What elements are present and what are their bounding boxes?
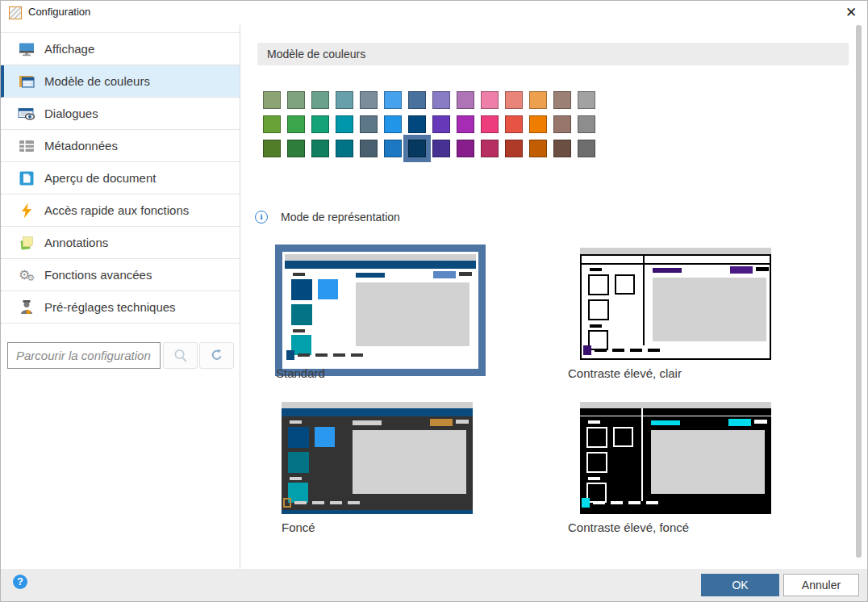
monitor-icon [17,40,36,58]
color-swatch[interactable] [263,140,281,157]
color-swatch[interactable] [505,115,523,133]
color-swatch[interactable] [505,140,523,157]
color-swatch[interactable] [360,115,378,133]
configuration-window: Configuration ✕ Affichage [0,0,868,602]
sidebar-item-prereglages-techniques[interactable]: Pré-réglages techniques [1,291,240,324]
search-input[interactable] [7,342,161,369]
color-swatch[interactable] [311,140,329,157]
cancel-button[interactable]: Annuler [783,574,859,596]
reset-search-button[interactable] [199,342,234,369]
color-swatch[interactable] [408,115,426,133]
color-swatch[interactable] [481,91,499,109]
technician-icon [17,299,36,316]
refresh-icon [210,349,223,362]
color-swatch[interactable] [457,115,474,133]
color-swatch[interactable] [481,140,499,157]
metadata-table-icon [17,137,36,155]
window-title: Configuration [28,6,90,18]
color-swatch[interactable] [384,91,402,109]
color-swatch[interactable] [384,140,402,157]
swatch-row [263,115,595,133]
color-swatch[interactable] [578,91,595,109]
color-swatch[interactable] [384,115,402,133]
sidebar-item-label: Métadonnées [44,139,118,153]
color-swatch[interactable] [457,140,474,157]
color-swatch[interactable] [529,140,547,157]
swatch-row [263,140,595,157]
color-swatch[interactable] [287,91,305,109]
theme-preview-standard[interactable] [275,245,486,376]
sidebar-item-apercu-de-document[interactable]: Aperçu de document [1,162,240,194]
sidebar-item-affichage[interactable]: Affichage [1,33,240,65]
color-swatch[interactable] [360,140,378,157]
app-icon [9,6,22,19]
color-swatch[interactable] [287,140,305,157]
color-swatch[interactable] [481,115,499,133]
color-swatch[interactable] [578,140,595,157]
vertical-scrollbar-thumb[interactable] [856,25,862,558]
theme-preview-dark[interactable] [282,402,473,514]
color-swatch[interactable] [311,91,329,109]
theme-preview-high-contrast-light[interactable] [580,248,771,360]
color-scheme-icon [17,73,36,90]
main-panel: Modèle de couleurs i Mode de représentat… [240,25,867,569]
theme-preview-high-contrast-dark[interactable] [580,402,771,514]
color-swatch[interactable] [336,115,353,133]
dialog-eye-icon [17,105,36,123]
color-swatch[interactable] [432,91,450,109]
color-swatch[interactable] [529,115,547,133]
document-preview-icon [17,169,36,187]
swatch-row [263,91,595,109]
color-swatch[interactable] [336,140,353,157]
theme-label-high-contrast-dark: Contraste élevé, foncé [568,520,689,534]
color-swatch[interactable] [408,91,426,109]
footer: ? OK Annuler [1,569,867,601]
search-button[interactable] [163,342,198,369]
sidebar-item-fonctions-avancees[interactable]: ⚙⚙ Fonctions avancées [1,259,240,291]
lightning-icon [17,202,36,219]
help-icon[interactable]: ? [13,575,27,589]
info-icon[interactable]: i [255,211,268,224]
theme-label-dark: Foncé [282,520,315,534]
gears-icon: ⚙⚙ [17,266,36,284]
color-swatch[interactable] [336,91,353,109]
sidebar-item-label: Fonctions avancées [44,268,152,282]
sidebar-item-label: Affichage [44,42,94,56]
color-palette-grid [263,91,595,164]
sidebar-item-label: Modèle de couleurs [44,74,150,88]
sticky-notes-icon [17,234,36,252]
color-swatch[interactable] [432,140,450,157]
sidebar-item-label: Dialogues [44,107,98,120]
color-swatch[interactable] [287,115,305,133]
group-header: Modèle de couleurs [257,43,849,65]
color-swatch[interactable] [263,91,281,109]
sidebar-item-label: Accès rapide aux fonctions [44,203,189,217]
color-swatch[interactable] [505,91,523,109]
color-swatch[interactable] [553,140,571,157]
sidebar-nav: Affichage Modèle de couleurs [1,32,240,324]
mode-section-label: Mode de représentation [281,211,400,224]
sidebar-item-label: Aperçu de document [44,171,156,185]
color-swatch[interactable] [553,91,571,109]
sidebar-item-modele-de-couleurs[interactable]: Modèle de couleurs [1,65,240,98]
color-swatch[interactable] [578,115,595,133]
sidebar-item-annotations[interactable]: Annotations [1,227,240,259]
sidebar-item-acces-rapide[interactable]: Accès rapide aux fonctions [1,194,240,227]
color-swatch[interactable] [263,115,281,133]
sidebar-item-dialogues[interactable]: Dialogues [1,98,240,130]
sidebar: Affichage Modèle de couleurs [1,25,240,569]
color-swatch[interactable] [457,91,474,109]
search-icon [173,348,189,364]
color-swatch[interactable] [432,115,450,133]
close-icon[interactable]: ✕ [841,4,861,22]
sidebar-item-label: Annotations [44,236,108,249]
color-swatch[interactable] [360,91,378,109]
theme-label-standard: Standard [276,366,325,380]
ok-button[interactable]: OK [701,574,779,596]
color-swatch[interactable] [311,115,329,133]
color-swatch-selected[interactable] [408,140,426,157]
color-swatch[interactable] [529,91,547,109]
color-swatch[interactable] [553,115,571,133]
sidebar-item-metadonnees[interactable]: Métadonnées [1,130,240,162]
titlebar: Configuration ✕ [1,1,867,25]
